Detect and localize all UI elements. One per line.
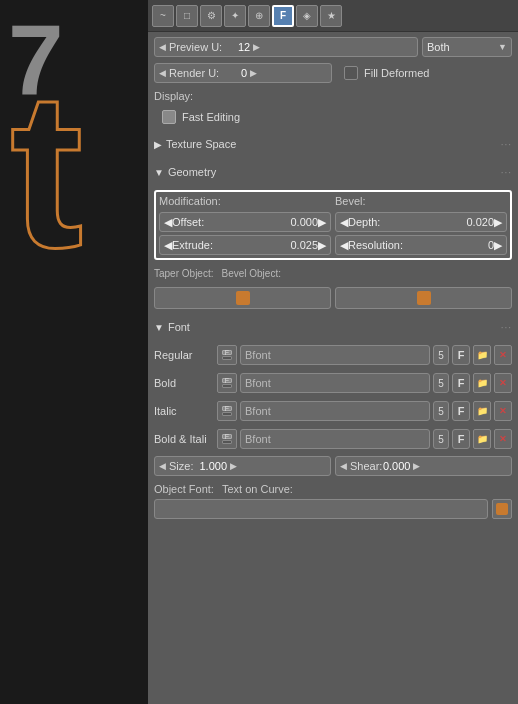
obj-font-toc-labels: Object Font: Text on Curve: <box>154 483 512 495</box>
object-font-label: Object Font: <box>154 483 214 495</box>
preview-u-row: ◀ Preview U: 12 ▶ Both ▼ <box>154 36 512 58</box>
regular-font-num: 5 <box>433 345 449 365</box>
viewport: 7 t <box>0 0 148 704</box>
triangle-right-icon: ▶ <box>154 139 162 150</box>
geometry-header[interactable]: ▼ Geometry ··· <box>154 162 512 182</box>
size-shear-row: ◀ Size: 1.000 ▶ ◀ Shear: 0.000 ▶ <box>154 455 512 477</box>
fast-editing-checkbox[interactable] <box>162 110 176 124</box>
texture-icon[interactable]: ◈ <box>296 5 318 27</box>
texture-space-label: Texture Space <box>166 138 236 150</box>
bevel-object-label: Bevel Object: <box>221 268 280 279</box>
bold-italic-font-name: Bfont <box>240 429 430 449</box>
bold-italic-label: Bold & Itali <box>154 433 214 445</box>
geometry-dots-icon: ··· <box>501 167 512 178</box>
particles-icon[interactable]: ✦ <box>224 5 246 27</box>
toc-icon <box>496 503 508 515</box>
bold-font-icon-btn[interactable]: F <box>217 373 237 393</box>
bold-folder-icon[interactable]: 📁 <box>473 373 491 393</box>
italic-f-btn[interactable]: F <box>452 401 470 421</box>
font-section-label: Font <box>168 321 190 333</box>
bold-font-num: 5 <box>433 373 449 393</box>
regular-font-icon-btn[interactable]: F <box>217 345 237 365</box>
render-u-field[interactable]: ◀ Render U: 0 ▶ <box>154 63 332 83</box>
geometry-highlight-box: Modification: ◀ Offset: 0.000 ▶ ◀ Extrud… <box>154 190 512 260</box>
offset-field[interactable]: ◀ Offset: 0.000 ▶ <box>159 212 331 232</box>
bevel-label: Bevel: <box>335 195 507 207</box>
bold-f-btn[interactable]: F <box>452 373 470 393</box>
fast-editing-label: Fast Editing <box>182 111 240 123</box>
bold-italic-folder-icon[interactable]: 📁 <box>473 429 491 449</box>
modification-col: Modification: ◀ Offset: 0.000 ▶ ◀ Extrud… <box>159 195 331 255</box>
regular-folder-icon[interactable]: 📁 <box>473 345 491 365</box>
bold-italic-f-btn[interactable]: F <box>452 429 470 449</box>
bold-label: Bold <box>154 377 214 389</box>
fill-deformed-checkbox[interactable] <box>344 66 358 80</box>
font-row-regular: Regular F Bfont 5 F 📁 ✕ <box>154 344 512 366</box>
resolution-field[interactable]: ◀ Resolution: 0 ▶ <box>335 235 507 255</box>
render-u-row: ◀ Render U: 0 ▶ Fill Deformed <box>154 62 512 84</box>
bold-italic-font-num: 5 <box>433 429 449 449</box>
bevel-icon <box>417 291 431 305</box>
texture-space-header[interactable]: ▶ Texture Space ··· <box>154 134 512 154</box>
geometry-label: Geometry <box>168 166 216 178</box>
bold-italic-font-icon-btn[interactable]: F <box>217 429 237 449</box>
italic-folder-icon[interactable]: 📁 <box>473 401 491 421</box>
bold-italic-x-icon[interactable]: ✕ <box>494 429 512 449</box>
physics-icon[interactable]: ⊕ <box>248 5 270 27</box>
modifier-icon[interactable]: ⚙ <box>200 5 222 27</box>
font-row-italic: Italic F Bfont 5 F 📁 ✕ <box>154 400 512 422</box>
taper-icon <box>236 291 250 305</box>
text-on-curve-label: Text on Curve: <box>222 483 293 495</box>
font-dots-icon: ··· <box>501 322 512 333</box>
italic-font-name: Bfont <box>240 401 430 421</box>
font-row-bold: Bold F Bfont 5 F 📁 ✕ <box>154 372 512 394</box>
depth-field[interactable]: ◀ Depth: 0.020 ▶ <box>335 212 507 232</box>
display-label: Display: <box>154 90 512 102</box>
taper-object-btn[interactable] <box>154 287 331 309</box>
modification-label: Modification: <box>159 195 331 207</box>
taper-object-label: Taper Object: <box>154 268 213 279</box>
bevel-col: Bevel: ◀ Depth: 0.020 ▶ ◀ Resolution: 0 … <box>335 195 507 255</box>
font-icon[interactable]: F <box>272 5 294 27</box>
italic-x-icon[interactable]: ✕ <box>494 401 512 421</box>
taper-bevel-row <box>154 287 512 309</box>
bevel-object-btn[interactable] <box>335 287 512 309</box>
object-font-field[interactable] <box>154 499 488 519</box>
extrude-field[interactable]: ◀ Extrude: 0.025 ▶ <box>159 235 331 255</box>
fill-deformed-row: Fill Deformed <box>336 62 512 84</box>
bold-font-name: Bfont <box>240 373 430 393</box>
taper-bevel-labels-row: Taper Object: Bevel Object: <box>154 268 512 281</box>
italic-font-num: 5 <box>433 401 449 421</box>
viewport-letter: t <box>10 60 83 280</box>
triangle-down-icon: ▼ <box>154 167 164 178</box>
curve-icon[interactable]: ~ <box>152 5 174 27</box>
panel-content: ◀ Preview U: 12 ▶ Both ▼ ◀ Render U: 0 ▶… <box>148 32 518 704</box>
chevron-down-icon: ▼ <box>498 42 507 52</box>
italic-font-icon-btn[interactable]: F <box>217 401 237 421</box>
preview-u-field[interactable]: ◀ Preview U: 12 ▶ <box>154 37 418 57</box>
text-on-curve-btn[interactable] <box>492 499 512 519</box>
mod-bevel-labels: Modification: ◀ Offset: 0.000 ▶ ◀ Extrud… <box>159 195 507 255</box>
font-row-bold-italic: Bold & Itali F Bfont 5 F 📁 ✕ <box>154 428 512 450</box>
both-dropdown[interactable]: Both ▼ <box>422 37 512 57</box>
fill-deformed-label: Fill Deformed <box>364 67 429 79</box>
mesh-icon[interactable]: □ <box>176 5 198 27</box>
extra-icon[interactable]: ★ <box>320 5 342 27</box>
font-header[interactable]: ▼ Font ··· <box>154 317 512 337</box>
regular-f-btn[interactable]: F <box>452 345 470 365</box>
dots-icon: ··· <box>501 139 512 150</box>
italic-label: Italic <box>154 405 214 417</box>
bold-x-icon[interactable]: ✕ <box>494 373 512 393</box>
properties-panel: ~ □ ⚙ ✦ ⊕ F ◈ ★ ◀ Preview U: 12 ▶ Both ▼… <box>148 0 518 704</box>
toolbar: ~ □ ⚙ ✦ ⊕ F ◈ ★ <box>148 0 518 32</box>
regular-font-name: Bfont <box>240 345 430 365</box>
regular-label: Regular <box>154 349 214 361</box>
size-field[interactable]: ◀ Size: 1.000 ▶ <box>154 456 331 476</box>
obj-font-toc-row <box>154 499 512 519</box>
fast-editing-row: Fast Editing <box>154 106 512 128</box>
regular-x-icon[interactable]: ✕ <box>494 345 512 365</box>
shear-field[interactable]: ◀ Shear: 0.000 ▶ <box>335 456 512 476</box>
font-triangle-icon: ▼ <box>154 322 164 333</box>
